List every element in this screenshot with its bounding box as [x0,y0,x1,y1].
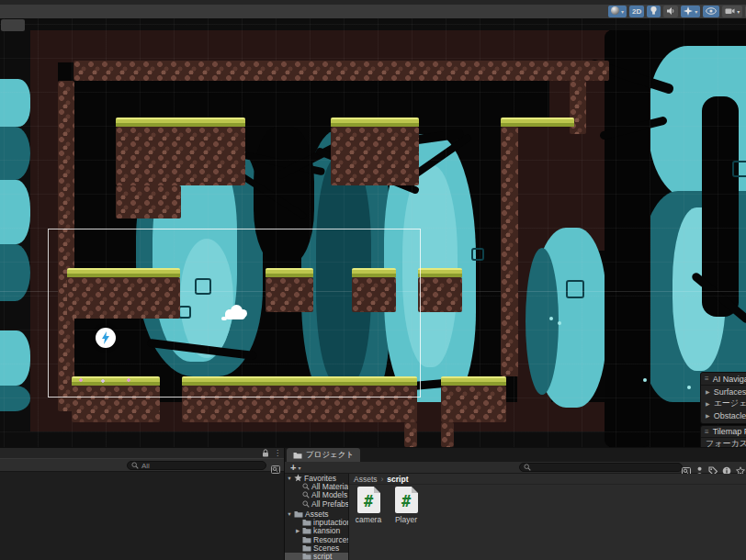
project-toolbar: +▾ [285,462,746,474]
asset-item-player[interactable]: #Player [390,487,422,524]
tree-item-favorites[interactable]: ▼Favorites [285,474,348,482]
folder-icon [302,519,311,526]
foldout-arrow-icon: ▶ [706,400,710,407]
lightning-bolt-icon [101,331,110,344]
tab-project[interactable]: プロジェクト [287,448,360,462]
tile-grass [418,268,462,277]
ai-navigation-item-1[interactable]: ▶エージェント [701,398,746,409]
tree-item-kansion[interactable]: ▶kansion [285,527,348,535]
search-input[interactable]: All [127,461,266,470]
cloud-sprite[interactable] [223,305,248,320]
bottom-dock: ⋮ All [0,447,746,560]
tree-trunk [605,30,650,447]
tree-item-resources[interactable]: Resources [285,535,348,543]
view-2d-button[interactable]: 2D [629,6,644,17]
folder-icon [302,527,311,534]
forest-blob [0,386,30,411]
scene-camera-settings-button[interactable]: ▾ [722,6,742,17]
breadcrumb-root[interactable]: Assets [354,475,378,484]
scene-effects-button[interactable]: ▾ [681,6,700,17]
kebab-menu-icon[interactable]: ⋮ [274,449,281,457]
plus-icon: + [290,462,296,473]
overlay-toolbar-handle[interactable] [1,19,25,31]
dropdown-arrow-icon: ▾ [621,9,624,15]
lightning-gizmo[interactable] [96,328,116,348]
tree-item-assets[interactable]: ▼Assets [285,510,348,518]
tree-item-inputaction[interactable]: inputaction [285,518,348,526]
scene-audio-button[interactable] [663,6,678,17]
foldout-arrow-icon[interactable]: ▼ [287,511,292,517]
scene-toolbar-buttons: ▾2D▾▾ [608,6,746,17]
ai-navigation-overlay-header[interactable]: ≡ AI Navigation [701,373,746,386]
open-search-window-icon[interactable] [271,461,280,477]
asset-label: camera [356,515,381,524]
project-tab-label: プロジェクト [306,450,354,461]
camera-icon [725,7,735,17]
glowing-mushroom [643,378,647,382]
breadcrumb-separator: › [381,475,384,484]
room-fill-block [30,30,609,62]
tile-grass [331,118,419,127]
breadcrumb-current[interactable]: script [387,475,408,484]
foldout-arrow-icon[interactable]: ▶ [295,528,300,533]
bottom-left-panel-header: ⋮ [0,448,284,458]
tree-item-script[interactable]: script [285,553,348,560]
dropdown-arrow-icon: ▾ [737,9,740,15]
carved-square-decoration [471,248,484,261]
tile-dirt [441,386,506,422]
glowing-mushroom [687,386,691,389]
tree-item-label: All Prefabs [311,499,348,509]
search-icon [302,483,310,490]
tile-dirt [116,127,245,185]
glowing-mushroom [549,317,553,320]
scene-lighting-button[interactable] [647,6,661,17]
ai-navigation-item-0[interactable]: ▶Surfaces [701,386,746,398]
drag-handle-icon[interactable]: ≡ [705,375,709,383]
create-asset-button[interactable]: +▾ [290,462,300,473]
forest-blob [0,127,30,180]
search-icon [302,491,310,498]
tree-item-all-materials[interactable]: All Materials [285,482,348,490]
carved-square-decoration [566,280,584,298]
tile-dirt [404,422,417,447]
asset-label: Player [395,515,417,524]
dropdown-arrow-icon: ▾ [695,9,697,15]
search-icon [524,464,531,471]
foldout-arrow-icon: ▶ [706,388,710,395]
tile-dirt [331,127,419,185]
star-icon [294,474,302,482]
project-tab-bar: プロジェクト [285,448,746,462]
csharp-script-icon: # [395,487,418,513]
tree-item-scenes[interactable]: Scenes [285,543,348,552]
foldout-arrow-icon[interactable]: ▼ [287,476,292,481]
ai-navigation-overlay: ≡ AI Navigation ▶Surfaces▶エージェント▶Obstacl… [700,372,746,424]
csharp-script-icon: # [357,487,380,513]
tilemap-focus-overlay: ≡ Tilemap Focus フォーカス なし [700,425,746,447]
speaker-icon [666,6,675,17]
draw-mode-button[interactable]: ▾ [608,6,627,17]
tile-grass [501,118,574,127]
tree-item-all-prefabs[interactable]: All Prefabs [285,499,348,508]
scene-view-toolbar: ▾2D▾▾ [0,5,746,18]
lock-icon[interactable] [262,449,269,457]
project-search-input[interactable] [519,463,683,472]
drag-handle-icon[interactable]: ≡ [705,428,709,436]
ai-navigation-title: AI Navigation [713,375,746,384]
folder-icon [302,544,311,552]
tilemap-overlay-header[interactable]: ≡ Tilemap Focus [701,426,746,438]
tree-item-label: script [313,552,332,560]
sparkle-icon [684,6,693,17]
project-folder-tree: ▼FavoritesAll MaterialsAll ModelsAll Pre… [285,474,348,560]
asset-item-camera[interactable]: #camera [353,487,384,524]
scene-view[interactable]: ≡ AI Navigation ▶Surfaces▶エージェント▶Obstacl… [0,18,746,447]
scene-visibility-button[interactable] [703,6,719,17]
ai-navigation-item-2[interactable]: ▶Obstacles [701,409,746,421]
folder-icon [302,553,311,560]
project-content: Assets › script #camera#Player [349,474,746,560]
tile-grass [116,118,245,127]
tilemap-focus-label: フォーカス [706,438,746,447]
folder-icon [294,510,303,518]
bottom-left-panel: ⋮ All [0,448,284,560]
sphere-icon [611,6,619,17]
tree-item-all-models[interactable]: All Models [285,491,348,499]
